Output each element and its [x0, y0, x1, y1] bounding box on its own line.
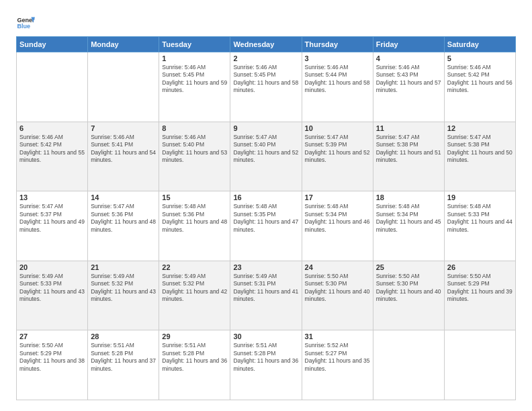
day-info: Sunrise: 5:46 AM Sunset: 5:40 PM Dayligh… — [162, 134, 227, 165]
day-number: 22 — [162, 263, 227, 271]
calendar-cell: 16Sunrise: 5:48 AM Sunset: 5:35 PM Dayli… — [230, 191, 302, 261]
day-number: 9 — [233, 124, 298, 132]
day-info: Sunrise: 5:46 AM Sunset: 5:43 PM Dayligh… — [376, 64, 441, 95]
day-info: Sunrise: 5:48 AM Sunset: 5:36 PM Dayligh… — [162, 203, 227, 234]
weekday-header-row: SundayMondayTuesdayWednesdayThursdayFrid… — [17, 37, 516, 52]
day-number: 20 — [19, 263, 85, 271]
day-number: 19 — [447, 193, 513, 201]
header: General Blue — [16, 13, 516, 32]
day-number: 7 — [91, 124, 156, 132]
weekday-header-sunday: Sunday — [17, 37, 88, 52]
day-info: Sunrise: 5:51 AM Sunset: 5:28 PM Dayligh… — [162, 342, 227, 373]
weekday-header-thursday: Thursday — [302, 37, 373, 52]
calendar-cell: 10Sunrise: 5:47 AM Sunset: 5:39 PM Dayli… — [302, 122, 373, 191]
day-info: Sunrise: 5:51 AM Sunset: 5:28 PM Dayligh… — [91, 342, 156, 373]
calendar-cell: 6Sunrise: 5:46 AM Sunset: 5:42 PM Daylig… — [17, 122, 88, 191]
day-number: 14 — [91, 193, 156, 201]
calendar-cell: 25Sunrise: 5:50 AM Sunset: 5:30 PM Dayli… — [373, 261, 444, 330]
week-row-1: 1Sunrise: 5:46 AM Sunset: 5:45 PM Daylig… — [17, 52, 516, 122]
day-number: 26 — [447, 263, 513, 271]
day-info: Sunrise: 5:49 AM Sunset: 5:31 PM Dayligh… — [233, 273, 298, 304]
calendar-cell: 31Sunrise: 5:52 AM Sunset: 5:27 PM Dayli… — [302, 330, 373, 400]
week-row-2: 6Sunrise: 5:46 AM Sunset: 5:42 PM Daylig… — [17, 122, 516, 191]
calendar-cell — [373, 330, 444, 400]
day-info: Sunrise: 5:50 AM Sunset: 5:29 PM Dayligh… — [19, 342, 85, 373]
calendar-cell: 3Sunrise: 5:46 AM Sunset: 5:44 PM Daylig… — [302, 52, 373, 122]
day-number: 11 — [376, 124, 441, 132]
calendar-cell: 29Sunrise: 5:51 AM Sunset: 5:28 PM Dayli… — [159, 330, 230, 400]
calendar-cell: 11Sunrise: 5:47 AM Sunset: 5:38 PM Dayli… — [373, 122, 444, 191]
weekday-header-saturday: Saturday — [444, 37, 515, 52]
calendar-cell: 1Sunrise: 5:46 AM Sunset: 5:45 PM Daylig… — [159, 52, 230, 122]
calendar-cell — [444, 330, 515, 400]
day-number: 1 — [162, 54, 227, 62]
day-info: Sunrise: 5:47 AM Sunset: 5:40 PM Dayligh… — [233, 134, 298, 165]
calendar-cell — [88, 52, 159, 122]
calendar-cell: 26Sunrise: 5:50 AM Sunset: 5:29 PM Dayli… — [444, 261, 515, 330]
day-number: 28 — [91, 332, 156, 340]
day-info: Sunrise: 5:51 AM Sunset: 5:28 PM Dayligh… — [233, 342, 298, 373]
calendar-cell: 28Sunrise: 5:51 AM Sunset: 5:28 PM Dayli… — [88, 330, 159, 400]
calendar-cell: 5Sunrise: 5:46 AM Sunset: 5:42 PM Daylig… — [444, 52, 515, 122]
logo-icon: General Blue — [16, 13, 35, 32]
calendar-cell: 12Sunrise: 5:47 AM Sunset: 5:38 PM Dayli… — [444, 122, 515, 191]
day-number: 24 — [305, 263, 370, 271]
calendar-cell: 23Sunrise: 5:49 AM Sunset: 5:31 PM Dayli… — [230, 261, 302, 330]
day-info: Sunrise: 5:50 AM Sunset: 5:30 PM Dayligh… — [305, 273, 370, 304]
day-info: Sunrise: 5:46 AM Sunset: 5:42 PM Dayligh… — [19, 134, 85, 165]
calendar-cell: 13Sunrise: 5:47 AM Sunset: 5:37 PM Dayli… — [17, 191, 88, 261]
week-row-4: 20Sunrise: 5:49 AM Sunset: 5:33 PM Dayli… — [17, 261, 516, 330]
day-info: Sunrise: 5:48 AM Sunset: 5:35 PM Dayligh… — [233, 203, 298, 234]
calendar-cell: 19Sunrise: 5:48 AM Sunset: 5:33 PM Dayli… — [444, 191, 515, 261]
calendar-cell: 4Sunrise: 5:46 AM Sunset: 5:43 PM Daylig… — [373, 52, 444, 122]
weekday-header-tuesday: Tuesday — [159, 37, 230, 52]
day-info: Sunrise: 5:47 AM Sunset: 5:38 PM Dayligh… — [447, 134, 513, 165]
day-info: Sunrise: 5:49 AM Sunset: 5:33 PM Dayligh… — [19, 273, 85, 304]
day-number: 30 — [233, 332, 298, 340]
logo: General Blue — [16, 13, 35, 32]
day-info: Sunrise: 5:46 AM Sunset: 5:41 PM Dayligh… — [91, 134, 156, 165]
calendar-cell: 7Sunrise: 5:46 AM Sunset: 5:41 PM Daylig… — [88, 122, 159, 191]
page: General Blue SundayMondayTuesdayWednesda… — [0, 0, 532, 411]
day-info: Sunrise: 5:49 AM Sunset: 5:32 PM Dayligh… — [162, 273, 227, 304]
calendar-cell: 24Sunrise: 5:50 AM Sunset: 5:30 PM Dayli… — [302, 261, 373, 330]
calendar-cell: 22Sunrise: 5:49 AM Sunset: 5:32 PM Dayli… — [159, 261, 230, 330]
day-number: 21 — [91, 263, 156, 271]
day-number: 31 — [305, 332, 370, 340]
day-number: 17 — [305, 193, 370, 201]
day-number: 6 — [19, 124, 85, 132]
weekday-header-wednesday: Wednesday — [230, 37, 302, 52]
calendar-cell: 27Sunrise: 5:50 AM Sunset: 5:29 PM Dayli… — [17, 330, 88, 400]
weekday-header-friday: Friday — [373, 37, 444, 52]
weekday-header-monday: Monday — [88, 37, 159, 52]
day-number: 29 — [162, 332, 227, 340]
day-number: 16 — [233, 193, 298, 201]
calendar-cell: 8Sunrise: 5:46 AM Sunset: 5:40 PM Daylig… — [159, 122, 230, 191]
calendar-cell: 9Sunrise: 5:47 AM Sunset: 5:40 PM Daylig… — [230, 122, 302, 191]
calendar-cell: 20Sunrise: 5:49 AM Sunset: 5:33 PM Dayli… — [17, 261, 88, 330]
day-number: 12 — [447, 124, 513, 132]
day-number: 5 — [447, 54, 513, 62]
day-info: Sunrise: 5:46 AM Sunset: 5:45 PM Dayligh… — [233, 64, 298, 95]
day-number: 25 — [376, 263, 441, 271]
day-number: 27 — [19, 332, 85, 340]
day-number: 8 — [162, 124, 227, 132]
day-number: 10 — [305, 124, 370, 132]
day-info: Sunrise: 5:50 AM Sunset: 5:29 PM Dayligh… — [447, 273, 513, 304]
calendar-cell: 17Sunrise: 5:48 AM Sunset: 5:34 PM Dayli… — [302, 191, 373, 261]
day-info: Sunrise: 5:47 AM Sunset: 5:36 PM Dayligh… — [91, 203, 156, 234]
calendar-cell: 30Sunrise: 5:51 AM Sunset: 5:28 PM Dayli… — [230, 330, 302, 400]
calendar-cell — [17, 52, 88, 122]
day-info: Sunrise: 5:48 AM Sunset: 5:33 PM Dayligh… — [447, 203, 513, 234]
day-info: Sunrise: 5:46 AM Sunset: 5:45 PM Dayligh… — [162, 64, 227, 95]
day-info: Sunrise: 5:48 AM Sunset: 5:34 PM Dayligh… — [305, 203, 370, 234]
calendar-cell: 15Sunrise: 5:48 AM Sunset: 5:36 PM Dayli… — [159, 191, 230, 261]
calendar-cell: 18Sunrise: 5:48 AM Sunset: 5:34 PM Dayli… — [373, 191, 444, 261]
day-info: Sunrise: 5:48 AM Sunset: 5:34 PM Dayligh… — [376, 203, 441, 234]
svg-text:Blue: Blue — [17, 23, 30, 30]
week-row-5: 27Sunrise: 5:50 AM Sunset: 5:29 PM Dayli… — [17, 330, 516, 400]
calendar-cell: 2Sunrise: 5:46 AM Sunset: 5:45 PM Daylig… — [230, 52, 302, 122]
week-row-3: 13Sunrise: 5:47 AM Sunset: 5:37 PM Dayli… — [17, 191, 516, 261]
day-info: Sunrise: 5:49 AM Sunset: 5:32 PM Dayligh… — [91, 273, 156, 304]
calendar-cell: 14Sunrise: 5:47 AM Sunset: 5:36 PM Dayli… — [88, 191, 159, 261]
